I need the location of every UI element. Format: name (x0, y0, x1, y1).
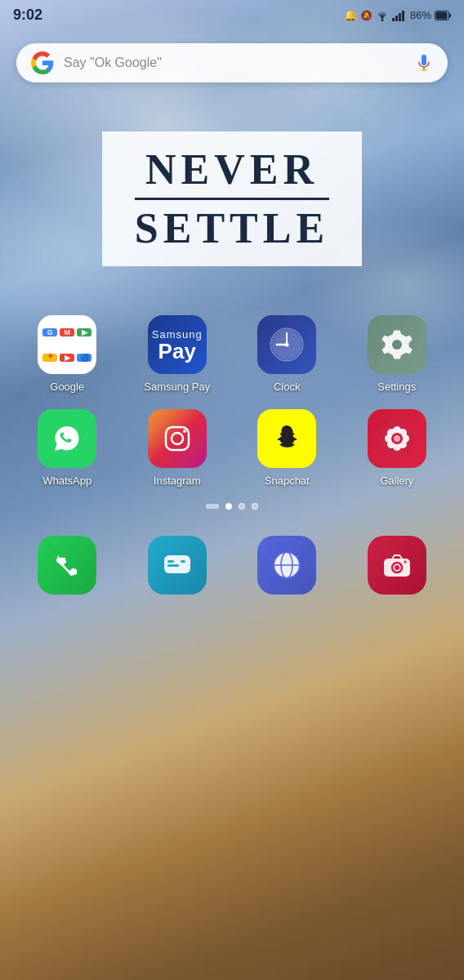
app-samsung-pay[interactable]: Samsung Pay Samsung Pay (127, 315, 229, 393)
phone-icon (51, 549, 83, 581)
svg-rect-7 (436, 11, 448, 19)
app-google-label: Google (50, 381, 84, 393)
svg-point-0 (381, 19, 383, 21)
camera-icon (379, 547, 415, 583)
clock-icon (269, 327, 305, 363)
svg-rect-3 (399, 13, 401, 21)
page-indicators (0, 503, 464, 510)
dock-phone[interactable] (16, 536, 118, 595)
alarm-icon: 🔔 (344, 9, 357, 21)
app-grid-row1: G M ▶ 📍 ▶ 🔵 Google Samsung Pay Samsung P… (0, 315, 464, 393)
svg-point-42 (404, 561, 406, 564)
status-time: 9:02 (13, 7, 42, 24)
battery-text: 86% (410, 9, 431, 21)
svg-point-19 (183, 430, 186, 433)
google-logo (31, 51, 54, 74)
dock (0, 523, 464, 608)
battery-icon (435, 11, 451, 20)
app-grid-row2: WhatsApp Instagram Snapchat (0, 409, 464, 487)
svg-rect-32 (167, 560, 174, 563)
brand-divider (135, 198, 329, 200)
svg-point-41 (395, 565, 399, 570)
svg-rect-34 (181, 560, 185, 563)
search-bar[interactable]: Say "Ok Google" (16, 43, 448, 82)
app-instagram[interactable]: Instagram (127, 409, 229, 487)
svg-point-14 (285, 343, 289, 347)
app-google[interactable]: G M ▶ 📍 ▶ 🔵 Google (16, 315, 118, 393)
messages-icon (159, 547, 195, 583)
svg-point-30 (394, 435, 400, 442)
never-settle-box: NEVER SETTLE (102, 131, 362, 266)
app-snapchat[interactable]: Snapchat (236, 409, 338, 487)
app-whatsapp-label: WhatsApp (42, 474, 91, 487)
svg-point-15 (392, 340, 402, 350)
signal-icon (392, 10, 407, 21)
page-indicator-1 (225, 503, 232, 510)
mic-icon[interactable] (415, 54, 433, 72)
never-settle-container: NEVER SETTLE (16, 131, 448, 266)
wifi-icon (376, 10, 389, 21)
app-snapchat-label: Snapchat (265, 474, 310, 487)
search-bar-container: Say "Ok Google" (0, 27, 464, 82)
dock-messages[interactable] (127, 536, 229, 595)
page-indicator-2 (239, 503, 245, 510)
brand-line1: NEVER (135, 146, 329, 193)
app-clock[interactable]: Clock (236, 315, 338, 393)
svg-point-18 (172, 433, 183, 444)
status-bar: 9:02 🔔 🔕 86% (0, 0, 464, 27)
whatsapp-icon (48, 420, 86, 457)
svg-rect-2 (395, 16, 398, 21)
silent-icon: 🔕 (360, 10, 373, 21)
search-placeholder: Say "Ok Google" (64, 56, 405, 70)
app-settings[interactable]: Settings (346, 315, 448, 393)
gallery-icon (379, 421, 415, 457)
app-gallery[interactable]: Gallery (346, 409, 448, 487)
browser-icon (269, 547, 305, 583)
brand-line2: SETTLE (135, 205, 329, 252)
app-gallery-label: Gallery (380, 474, 413, 487)
status-icons: 🔔 🔕 86% (344, 9, 451, 21)
snapchat-icon (269, 421, 305, 457)
app-whatsapp[interactable]: WhatsApp (16, 409, 118, 487)
app-instagram-label: Instagram (154, 474, 201, 487)
dock-camera[interactable] (346, 536, 448, 595)
instagram-icon (159, 421, 195, 457)
app-samsung-pay-label: Samsung Pay (144, 381, 210, 393)
svg-rect-6 (449, 13, 451, 17)
dock-browser[interactable] (236, 536, 338, 595)
svg-rect-33 (167, 564, 179, 567)
page-indicator-lines (206, 504, 219, 509)
settings-gear-icon (380, 327, 414, 362)
svg-rect-4 (402, 11, 404, 21)
app-clock-label: Clock (274, 381, 301, 393)
svg-rect-1 (392, 18, 395, 21)
app-settings-label: Settings (377, 381, 416, 393)
page-indicator-3 (252, 503, 258, 510)
